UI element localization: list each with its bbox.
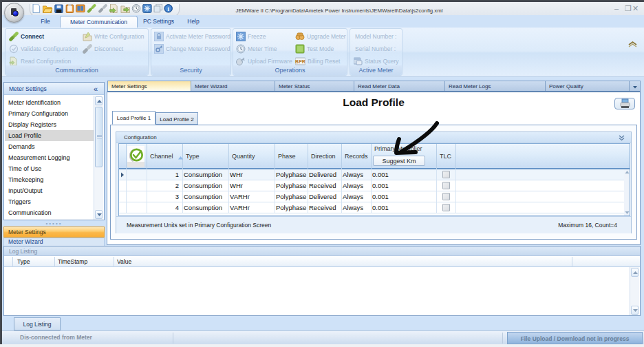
- svg-text:BPR: BPR: [295, 59, 305, 64]
